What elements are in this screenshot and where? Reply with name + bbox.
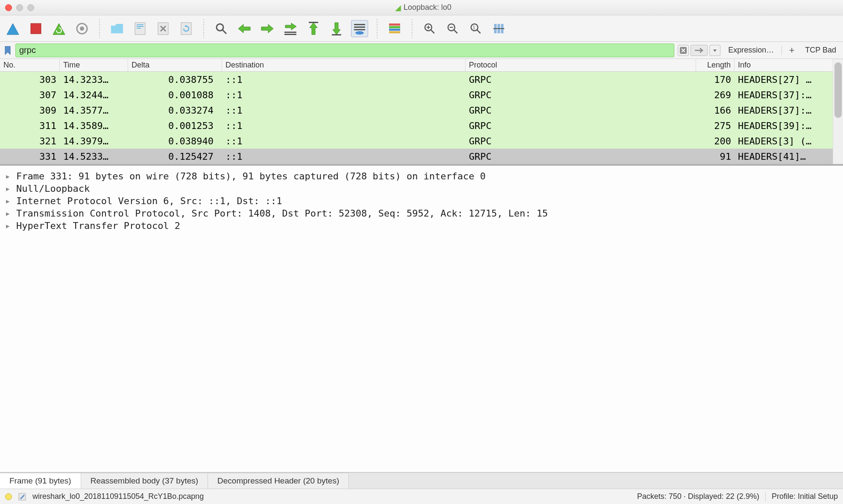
disclosure-triangle-icon[interactable]: ▶	[6, 173, 12, 180]
svg-rect-16	[354, 26, 365, 28]
column-header-info[interactable]: Info	[735, 59, 843, 71]
column-header-delta[interactable]: Delta	[128, 59, 222, 71]
titlebar: ◢ Loopback: lo0	[0, 0, 843, 15]
window-title-text: Loopback: lo0	[404, 3, 451, 12]
bytes-pane-tabs: Frame (91 bytes)Reassembled body (37 byt…	[0, 472, 843, 489]
column-header-time[interactable]: Time	[60, 59, 128, 71]
detail-tree-item[interactable]: ▶Transmission Control Protocol, Src Port…	[6, 207, 837, 220]
colorize-button[interactable]	[386, 20, 403, 37]
bytes-tab[interactable]: Frame (91 bytes)	[0, 473, 81, 489]
column-header-no[interactable]: No.	[0, 59, 60, 71]
resize-columns-button[interactable]	[490, 20, 507, 37]
status-filename: wireshark_lo0_20181109115054_RcY1Bo.pcap…	[32, 492, 204, 501]
column-header-length[interactable]: Length	[696, 59, 735, 71]
go-to-last-button[interactable]	[328, 20, 345, 37]
open-file-button[interactable]	[108, 20, 126, 37]
packet-row[interactable]: 33114.5233…0.125427::1GRPC91HEADERS[41]…	[0, 149, 843, 164]
zoom-reset-button[interactable]: 1	[467, 20, 484, 37]
detail-tree-item[interactable]: ▶Internet Protocol Version 6, Src: ::1, …	[6, 195, 837, 207]
svg-rect-14	[332, 34, 341, 35]
svg-line-24	[431, 30, 434, 33]
svg-rect-6	[137, 28, 141, 29]
go-forward-button[interactable]	[259, 20, 276, 37]
disclosure-triangle-icon[interactable]: ▶	[6, 198, 12, 205]
status-packet-count: Packets: 750 · Displayed: 22 (2.9%)	[637, 492, 759, 501]
packet-details-pane[interactable]: ▶Frame 331: 91 bytes on wire (728 bits),…	[0, 165, 843, 472]
capture-options-button[interactable]	[73, 20, 91, 37]
bookmark-icon[interactable]	[3, 46, 12, 55]
zoom-out-button[interactable]	[444, 20, 461, 37]
packet-row[interactable]: 30914.3577…0.033274::1GRPC166HEADERS[37]…	[0, 103, 843, 118]
add-filter-button[interactable]: +	[785, 44, 798, 57]
packet-row[interactable]: 32114.3979…0.038940::1GRPC200HEADERS[3] …	[0, 133, 843, 149]
bytes-tab[interactable]: Decompressed Header (20 bytes)	[208, 473, 349, 489]
save-file-button[interactable]	[132, 20, 149, 37]
clear-filter-button[interactable]	[678, 45, 689, 56]
status-profile[interactable]: Profile: Initial Setup	[772, 492, 838, 501]
display-filter-bar: Expression… + TCP Bad	[0, 42, 843, 59]
svg-line-28	[454, 30, 457, 33]
stop-capture-button[interactable]	[27, 20, 44, 37]
disclosure-triangle-icon[interactable]: ▶	[6, 210, 12, 217]
zoom-window-button[interactable]	[27, 4, 34, 11]
column-header-protocol[interactable]: Protocol	[465, 59, 696, 71]
svg-line-31	[477, 30, 480, 33]
go-to-first-button[interactable]	[305, 20, 322, 37]
packet-list-scrollbar[interactable]	[833, 59, 843, 164]
minimize-window-button[interactable]	[16, 4, 23, 11]
disclosure-triangle-icon[interactable]: ▶	[6, 185, 12, 192]
find-packet-button[interactable]	[213, 20, 230, 37]
zoom-in-button[interactable]	[421, 20, 438, 37]
detail-tree-item[interactable]: ▶Frame 331: 91 bytes on wire (728 bits),…	[6, 170, 837, 182]
svg-line-10	[222, 30, 226, 34]
bytes-tab[interactable]: Reassembled body (37 bytes)	[81, 473, 208, 489]
tcp-bad-filter-button[interactable]: TCP Bad	[802, 46, 840, 55]
svg-rect-0	[31, 23, 41, 34]
detail-tree-item[interactable]: ▶Null/Loopback	[6, 182, 837, 195]
svg-rect-11	[284, 32, 296, 33]
go-to-packet-button[interactable]	[282, 20, 299, 37]
filter-history-dropdown[interactable]	[709, 45, 720, 56]
packet-row[interactable]: 30714.3244…0.001088::1GRPC269HEADERS[37]…	[0, 87, 843, 103]
toolbar-separator	[203, 19, 204, 38]
main-toolbar: 1	[0, 15, 843, 42]
start-capture-button[interactable]	[4, 20, 21, 37]
toolbar-separator	[412, 19, 413, 38]
window-title: ◢ Loopback: lo0	[38, 3, 808, 12]
close-file-button[interactable]	[155, 20, 172, 37]
packet-row[interactable]: 31114.3589…0.001253::1GRPC275HEADERS[39]…	[0, 118, 843, 133]
window-controls	[5, 4, 34, 11]
svg-rect-22	[389, 31, 400, 33]
svg-rect-20	[389, 26, 400, 28]
apply-filter-button[interactable]	[691, 45, 708, 56]
edit-capture-comment-icon[interactable]	[18, 492, 26, 501]
svg-rect-4	[137, 24, 143, 25]
svg-rect-19	[389, 23, 400, 26]
svg-rect-15	[354, 24, 365, 25]
restart-capture-button[interactable]	[50, 20, 67, 37]
svg-rect-5	[137, 26, 143, 27]
packet-list-header: No. Time Delta Destination Protocol Leng…	[0, 59, 843, 72]
expression-button[interactable]: Expression…	[724, 44, 778, 56]
auto-scroll-button[interactable]	[351, 20, 368, 37]
go-back-button[interactable]	[236, 20, 253, 37]
display-filter-input[interactable]	[15, 44, 674, 57]
svg-rect-8	[181, 23, 191, 35]
column-header-destination[interactable]: Destination	[222, 59, 465, 71]
detail-tree-item[interactable]: ▶HyperText Transfer Protocol 2	[6, 220, 837, 232]
packet-row[interactable]: 30314.3233…0.038755::1GRPC170HEADERS[27]…	[0, 72, 843, 87]
toolbar-separator	[377, 19, 378, 38]
expert-info-indicator[interactable]	[5, 493, 12, 500]
svg-rect-13	[309, 22, 318, 23]
svg-rect-12	[284, 34, 296, 35]
svg-rect-21	[389, 29, 400, 31]
packet-list-pane: No. Time Delta Destination Protocol Leng…	[0, 59, 843, 165]
svg-point-18	[355, 31, 364, 35]
svg-point-2	[80, 26, 84, 31]
svg-text:1: 1	[473, 25, 475, 30]
svg-point-9	[217, 24, 223, 31]
reload-file-button[interactable]	[178, 20, 195, 37]
disclosure-triangle-icon[interactable]: ▶	[6, 223, 12, 229]
sharkfin-icon: ◢	[395, 3, 401, 12]
close-window-button[interactable]	[5, 4, 12, 11]
